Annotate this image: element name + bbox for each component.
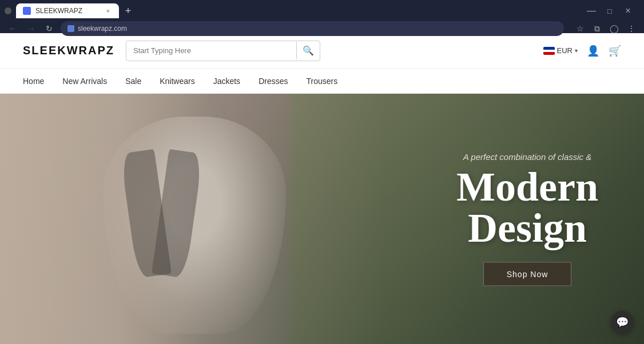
tab-close-button[interactable]: × [104, 7, 112, 15]
bookmark-icon[interactable]: ☆ [573, 22, 587, 35]
nav-link-trousers[interactable]: Trousers [306, 77, 337, 86]
hero-title-line1: Modern [456, 166, 598, 207]
minimize-button[interactable]: — [585, 4, 598, 18]
close-button[interactable]: × [621, 4, 635, 18]
nav-link-home[interactable]: Home [23, 77, 44, 86]
window-controls [5, 7, 11, 14]
nav-link-sale[interactable]: Sale [125, 77, 141, 86]
tab-favicon [23, 7, 31, 15]
search-bar: 🔍 [126, 41, 320, 61]
hero-section: A perfect combination of classic & Moder… [0, 94, 644, 344]
address-bar: ← → ↻ sleekwrapz.com ☆ ⧉ ◯ ⋮ [0, 18, 644, 39]
cart-button[interactable]: 🛒 [609, 45, 621, 57]
extensions-icon[interactable]: ⧉ [590, 22, 604, 35]
site-header: SLEEKWRAPZ 🔍 EUR ▾ 👤 🛒 [0, 33, 644, 69]
minimize-dot [5, 7, 11, 14]
menu-icon[interactable]: ⋮ [625, 22, 638, 35]
forward-button[interactable]: → [24, 22, 38, 35]
hero-subtitle: A perfect combination of classic & [456, 152, 598, 162]
hero-content: A perfect combination of classic & Moder… [456, 152, 598, 286]
chat-icon: 💬 [616, 316, 629, 329]
tab-bar: SLEEKWRAPZ × + — □ × [0, 0, 644, 18]
shop-now-button[interactable]: Shop Now [483, 262, 572, 286]
refresh-button[interactable]: ↻ [42, 22, 56, 35]
browser-chrome: SLEEKWRAPZ × + — □ × ← → ↻ sleekwrapz.co… [0, 0, 644, 33]
new-tab-button[interactable]: + [121, 4, 135, 18]
chevron-down-icon: ▾ [575, 47, 578, 54]
currency-label: EUR [557, 46, 573, 55]
profile-icon[interactable]: ◯ [607, 22, 621, 35]
browser-tab[interactable]: SLEEKWRAPZ × [16, 3, 119, 18]
hero-title-line2: Design [456, 207, 598, 249]
browser-toolbar: ☆ ⧉ ◯ ⋮ [573, 22, 638, 35]
tab-title: SLEEKWRAPZ [35, 7, 100, 15]
search-input[interactable] [126, 43, 296, 58]
search-button[interactable]: 🔍 [296, 42, 320, 59]
flag-icon [543, 47, 555, 55]
user-account-button[interactable]: 👤 [587, 45, 599, 57]
site-logo[interactable]: SLEEKWRAPZ [23, 44, 114, 57]
cart-icon: 🛒 [609, 45, 621, 57]
restore-button[interactable]: □ [603, 4, 617, 18]
website: SLEEKWRAPZ 🔍 EUR ▾ 👤 🛒 Home New Arrivals… [0, 33, 644, 344]
user-icon: 👤 [587, 45, 599, 57]
url-text: sleekwrapz.com [78, 25, 127, 33]
currency-selector[interactable]: EUR ▾ [543, 46, 578, 55]
site-nav: Home New Arrivals Sale Knitwears Jackets… [0, 69, 644, 94]
nav-link-knitwears[interactable]: Knitwears [160, 77, 194, 86]
nav-link-jackets[interactable]: Jackets [213, 77, 240, 86]
chat-bubble-button[interactable]: 💬 [611, 311, 634, 334]
header-actions: EUR ▾ 👤 🛒 [543, 45, 621, 57]
url-bar[interactable]: sleekwrapz.com [61, 21, 564, 36]
search-icon: 🔍 [303, 46, 314, 55]
back-button[interactable]: ← [6, 22, 19, 35]
nav-link-new-arrivals[interactable]: New Arrivals [62, 77, 107, 86]
hero-title: Modern Design [456, 166, 598, 249]
secure-icon [67, 25, 74, 32]
nav-link-dresses[interactable]: Dresses [259, 77, 288, 86]
